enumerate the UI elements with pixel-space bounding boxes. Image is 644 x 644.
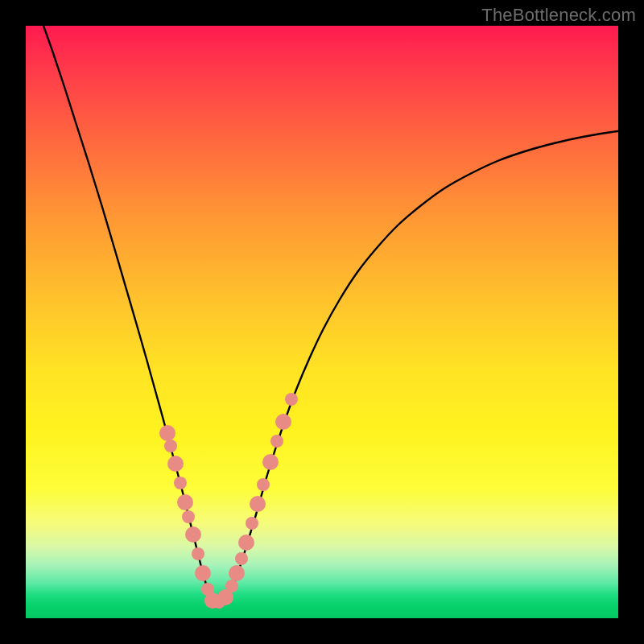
curve-marker	[167, 456, 184, 472]
chart-svg	[26, 26, 618, 618]
curve-marker	[225, 580, 238, 592]
watermark-text: TheBottleneck.com	[481, 5, 636, 26]
curve-marker	[257, 478, 270, 491]
curve-marker	[164, 440, 177, 452]
curve-marker	[238, 535, 254, 551]
plot-area	[26, 26, 618, 618]
chart-stage: TheBottleneck.com	[0, 0, 644, 644]
curve-marker	[177, 494, 193, 510]
curve-marker	[192, 547, 204, 560]
curve-marker	[159, 425, 175, 441]
curve-marker	[250, 496, 266, 512]
curve-marker	[229, 565, 245, 581]
curve-marker	[262, 454, 279, 470]
curve-marker	[285, 393, 298, 406]
curve-marker	[174, 477, 187, 489]
curve-marker	[195, 565, 211, 581]
curve-marker	[185, 526, 201, 543]
curve-marker	[182, 510, 195, 523]
bottleneck-curve	[43, 26, 618, 604]
curve-markers	[159, 393, 298, 609]
curve-marker	[270, 435, 283, 448]
curve-marker	[275, 414, 291, 430]
curve-marker	[246, 517, 258, 530]
curve-marker	[235, 552, 248, 565]
